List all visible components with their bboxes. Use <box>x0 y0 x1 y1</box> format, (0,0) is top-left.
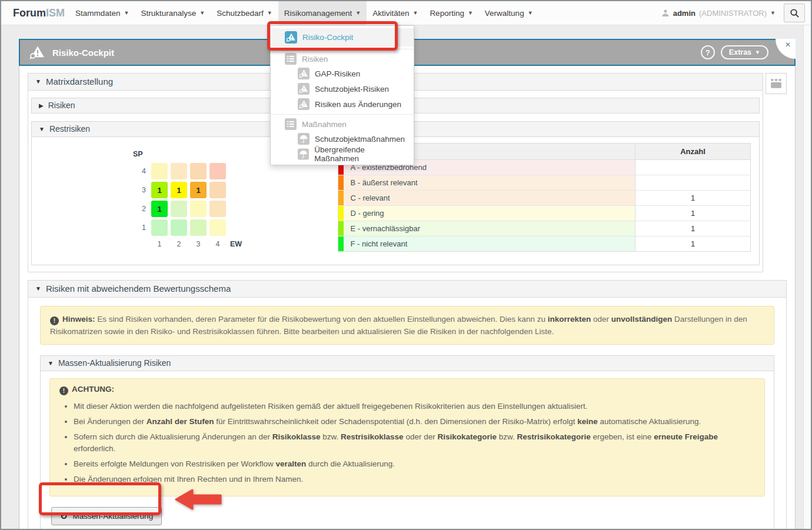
achtung-bullet: Mit dieser Aktion werden die nachfolgend… <box>74 401 755 412</box>
nav-item-verwaltung[interactable]: Verwaltung▼ <box>479 1 539 25</box>
matrix-cell: 1 <box>151 182 168 198</box>
chevron-down-icon: ▼ <box>412 11 418 16</box>
extras-button[interactable]: Extras▼ <box>721 45 768 59</box>
matrix-cell <box>171 219 187 236</box>
nav-item-risikomanagement[interactable]: Risikomanagement▼ <box>278 1 367 25</box>
caret-down-icon: ▼ <box>39 126 45 132</box>
app-window: ForumISM Stammdaten▼ Strukturanalyse▼ Sc… <box>0 0 812 530</box>
achtung-bullet: Bereits erfolgte Meldungen von Restrisik… <box>74 458 755 470</box>
matrix-cell <box>190 219 207 236</box>
chevron-down-icon: ▼ <box>199 11 205 16</box>
risikomanagement-dropdown: Risiko-Cockpit Risiken GAP-Risiken <box>270 25 414 165</box>
menu-item-uebergreifende-massnahmen[interactable]: Übergreifende Maßnahmen <box>271 146 414 162</box>
massen-aktualisierung-button[interactable]: ↻ Massen-Aktualisierung <box>51 507 162 525</box>
matrix-cell <box>171 201 187 217</box>
class-color-bar <box>338 221 344 236</box>
menu-item-gap-risiken[interactable]: GAP-Risiken <box>271 66 414 81</box>
table-row: C - relevant 1 <box>338 191 751 206</box>
chevron-down-icon: ▼ <box>770 11 776 16</box>
table-row: D - gering 1 <box>338 206 751 221</box>
menu-item-risiko-cockpit[interactable]: Risiko-Cockpit <box>271 28 414 46</box>
chevron-down-icon: ▼ <box>124 11 129 16</box>
table-row: F - nicht relevant 1 <box>338 236 751 252</box>
nav-item-stammdaten[interactable]: Stammdaten▼ <box>69 1 135 25</box>
achtung-title: !ACHTUNG: <box>59 385 755 395</box>
caret-right-icon: ▶ <box>39 102 44 109</box>
achtung-bullet: Sofern sich durch die Aktualisierung Änd… <box>74 431 755 455</box>
caret-down-icon: ▼ <box>48 360 54 366</box>
menu-divider <box>271 49 414 49</box>
table-row: E - vernachlässigbar 1 <box>338 221 751 236</box>
matrix-x-axis: 1 2 3 4 EW <box>133 240 242 248</box>
table-view-button[interactable] <box>766 73 787 94</box>
user-icon <box>661 9 670 17</box>
search-button[interactable] <box>784 4 805 22</box>
matrix-cell <box>209 219 226 236</box>
risk-cockpit-icon <box>285 31 297 44</box>
massen-panel: ▼ Massen-Aktualisierung Risiken !ACHTUNG… <box>40 355 774 530</box>
list-icon <box>285 118 297 130</box>
menu-divider <box>271 114 414 115</box>
abweichend-header[interactable]: ▼ Risiken mit abweichendem Bewertungssch… <box>28 281 786 298</box>
refresh-icon: ↻ <box>60 512 68 521</box>
help-button[interactable]: ? <box>701 45 715 59</box>
matrix-cell: 1 <box>171 182 187 198</box>
class-color-bar <box>338 191 344 206</box>
matrix-cell <box>171 163 187 179</box>
hinweis-box: !Hinweis: Es sind Risiken vorhanden, der… <box>40 306 774 345</box>
risk-icon <box>298 68 310 79</box>
class-color-bar <box>338 236 344 252</box>
nav-item-strukturanalyse[interactable]: Strukturanalyse▼ <box>135 1 211 25</box>
menu-section-risiken: Risiken <box>271 52 414 66</box>
matrix-cell <box>190 201 207 217</box>
user-menu[interactable]: admin (ADMINISTRATOR) ▼ <box>661 9 776 18</box>
risk-icon <box>298 98 310 110</box>
count-column-header: Anzahl <box>635 144 751 160</box>
matrix-row: 2 1 <box>133 201 242 217</box>
user-name: admin <box>673 9 695 18</box>
search-icon <box>790 8 800 18</box>
massen-header[interactable]: ▼ Massen-Aktualisierung Risiken <box>41 356 774 371</box>
user-role: (ADMINISTRATOR) <box>699 9 767 18</box>
close-icon: ✕ <box>785 41 791 49</box>
matrix-y-axis-label: SP <box>133 150 242 158</box>
matrix-x-axis-label: EW <box>230 240 242 248</box>
matrix-cell <box>209 163 226 179</box>
chevron-down-icon: ▼ <box>528 11 533 16</box>
nav-item-reporting[interactable]: Reporting▼ <box>424 1 478 25</box>
top-navigation: ForumISM Stammdaten▼ Strukturanalyse▼ Sc… <box>1 1 811 25</box>
menu-section-massnahmen: Maßnahmen <box>271 117 414 131</box>
chevron-down-icon: ▼ <box>267 11 272 16</box>
chevron-down-icon: ▼ <box>355 11 361 16</box>
caret-down-icon: ▼ <box>35 78 41 85</box>
exclamation-circle-icon: ! <box>59 386 68 395</box>
nav-item-aktivitaeten[interactable]: Aktivitäten▼ <box>367 1 424 25</box>
table-row: B - äußerst relevant <box>338 175 751 191</box>
achtung-bullet: Bei Änderungen der Anzahl der Stufen für… <box>74 416 755 428</box>
matrix-cell <box>209 201 226 217</box>
page-title: Risiko-Cockpit <box>52 48 114 58</box>
matrix-cell <box>209 182 226 198</box>
matrix-cell <box>190 163 207 179</box>
matrix-cell: 1 <box>151 201 168 217</box>
class-color-bar <box>338 175 344 191</box>
hinweis-text: Hinweis: Es sind Risiken vorhanden, dere… <box>50 315 747 336</box>
scrollbar-track[interactable] <box>803 25 811 529</box>
brand-logo[interactable]: ForumISM <box>1 1 69 25</box>
menu-item-schutzobjektmassnahmen[interactable]: Schutzobjektmaßnahmen <box>271 131 414 146</box>
menu-item-schutzobjekt-risiken[interactable]: Schutzobjekt-Risiken <box>271 81 414 96</box>
menu-item-risiken-aus-aenderungen[interactable]: Risiken aus Änderungen <box>271 96 414 112</box>
restrisiko-matrix: SP 4 3 <box>133 150 242 252</box>
brand-secondary: ISM <box>46 7 65 19</box>
nav-item-schutzbedarf[interactable]: Schutzbedarf▼ <box>211 1 278 25</box>
brand-primary: Forum <box>13 7 46 19</box>
achtung-bullet: Die Änderungen erfolgen mit Ihren Rechte… <box>74 474 755 485</box>
achtung-list: Mit dieser Aktion werden die nachfolgend… <box>74 401 755 485</box>
list-icon <box>285 53 297 65</box>
close-button[interactable]: ✕ <box>774 39 796 60</box>
chevron-down-icon: ▼ <box>468 11 473 16</box>
chevron-down-icon: ▼ <box>755 50 760 55</box>
matrix-cell <box>151 163 168 179</box>
risk-cockpit-icon <box>28 44 46 61</box>
abweichend-section: ▼ Risiken mit abweichendem Bewertungssch… <box>28 280 787 530</box>
